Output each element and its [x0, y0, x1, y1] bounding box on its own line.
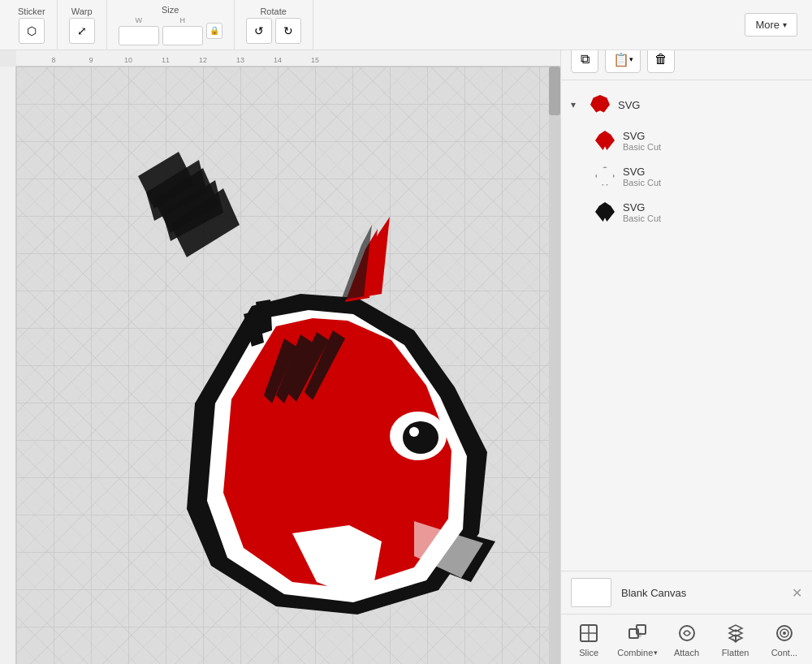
combine-action[interactable]: Combine ▾	[617, 622, 658, 658]
blank-canvas-label: Blank Canvas	[621, 587, 686, 599]
size-item: Size W H 🔒	[119, 5, 222, 45]
svg-point-14	[680, 626, 694, 640]
warp-label: Warp	[71, 6, 93, 16]
scrollbar[interactable]	[549, 67, 560, 664]
layer-child-2[interactable]: SVG Basic Cut	[561, 158, 812, 194]
paste-icon: 📋	[613, 52, 629, 67]
sticker-label: Sticker	[18, 6, 45, 16]
rotate-cw-button[interactable]: ↻	[275, 18, 301, 44]
rotate-item: Rotate ↺ ↻	[246, 6, 301, 44]
layer-child-1-sub: Basic Cut	[623, 142, 661, 152]
ruler-mark-13: 13	[236, 56, 244, 64]
sticker-item: Sticker ⬡	[18, 6, 45, 44]
attach-label: Attach	[674, 648, 699, 658]
layer-child-3-sub: Basic Cut	[623, 213, 661, 223]
layer-parent-name: SVG	[618, 99, 640, 111]
ruler-mark-15: 15	[311, 56, 319, 64]
layer-thumb-2	[594, 165, 616, 188]
top-toolbar: Sticker ⬡ Warp ⤢ Size W H	[0, 0, 812, 50]
bird-parent-icon	[590, 95, 610, 114]
flatten-action[interactable]: Flatten	[715, 622, 756, 658]
layer-child-2-name: SVG	[623, 166, 661, 178]
size-label: Size	[162, 5, 179, 15]
contour-action[interactable]: Cont...	[764, 622, 805, 658]
layer-child-1-name: SVG	[623, 130, 661, 142]
layer-child-3-name: SVG	[623, 201, 661, 213]
contour-icon	[773, 622, 796, 645]
ruler-mark-10: 10	[124, 56, 132, 64]
sticker-group: Sticker ⬡	[6, 0, 58, 50]
rotate-label: Rotate	[260, 6, 286, 16]
rotate-ccw-button[interactable]: ↺	[246, 18, 272, 44]
attach-action[interactable]: Attach	[667, 622, 707, 658]
ruler-mark-11: 11	[162, 56, 170, 64]
close-canvas-button[interactable]: ✕	[792, 585, 802, 601]
ruler-mark-9: 9	[89, 56, 93, 64]
flatten-icon	[724, 622, 747, 645]
slice-label: Slice	[579, 648, 598, 658]
layer-list: ▾ SVG SVG Basic Cut SVG	[561, 80, 812, 571]
sticker-button[interactable]: ⬡	[19, 18, 45, 44]
layer-thumb-1	[594, 129, 616, 152]
blank-canvas-thumb	[571, 578, 611, 607]
width-input[interactable]	[119, 26, 159, 45]
warp-button[interactable]: ⤢	[69, 18, 95, 44]
ruler-mark-12: 12	[199, 56, 207, 64]
blank-canvas-bar: Blank Canvas ✕	[561, 571, 812, 614]
warp-group: Warp ⤢	[58, 0, 107, 50]
layer-parent-info: SVG	[618, 99, 640, 111]
delete-icon: 🗑	[654, 52, 667, 67]
ruler-mark-14: 14	[274, 56, 282, 64]
ruler-mark-8: 8	[51, 56, 55, 64]
right-panel: Layers Color Sync ⧉ 📋 ▾ 🗑 ▾ SVG	[560, 0, 812, 664]
canvas-area: 8 9 10 11 12 13 14 15	[0, 50, 560, 664]
warp-icon: ⤢	[77, 24, 87, 37]
layer-thumb-3	[594, 200, 616, 223]
svg-rect-13	[637, 632, 641, 637]
combine-label: Combine	[617, 648, 653, 658]
combine-chevron-icon: ▾	[654, 649, 658, 657]
scroll-thumb[interactable]	[549, 67, 560, 115]
svg-point-17	[783, 632, 786, 635]
bird-outline-icon	[595, 166, 615, 186]
height-input[interactable]	[162, 26, 203, 45]
ruler-top: 8 9 10 11 12 13 14 15	[16, 50, 560, 67]
layer-child-1-info: SVG Basic Cut	[623, 130, 661, 152]
contour-label: Cont...	[771, 648, 797, 658]
svg-point-7	[409, 427, 419, 437]
layer-thumb-parent	[589, 93, 611, 116]
warp-item: Warp ⤢	[69, 6, 95, 44]
layer-child-1[interactable]: SVG Basic Cut	[561, 123, 812, 158]
layer-child-3[interactable]: SVG Basic Cut	[561, 194, 812, 230]
bird-red-icon	[595, 131, 615, 150]
bottom-action-bar: Slice Combine ▾ Attach	[561, 614, 812, 664]
bird-black-icon	[595, 202, 615, 222]
slice-icon	[577, 622, 600, 645]
paste-chevron-icon: ▾	[629, 55, 633, 63]
attach-icon	[676, 622, 698, 645]
slice-action[interactable]: Slice	[568, 622, 609, 658]
more-group: More ▾	[736, 0, 806, 50]
layer-child-3-info: SVG Basic Cut	[623, 201, 661, 223]
layer-child-2-info: SVG Basic Cut	[623, 166, 661, 188]
ruler-left	[0, 67, 16, 664]
combine-icon	[626, 622, 649, 645]
rotate-group: Rotate ↺ ↻	[235, 0, 313, 50]
more-label: More	[755, 19, 780, 31]
svg-point-6	[403, 421, 438, 454]
sticker-icon: ⬡	[27, 24, 37, 37]
flatten-label: Flatten	[722, 648, 749, 658]
cardinal-image	[130, 144, 495, 614]
copy-icon: ⧉	[581, 52, 590, 67]
grid-canvas[interactable]	[16, 67, 560, 664]
layer-parent-svg[interactable]: ▾ SVG	[561, 87, 812, 123]
layer-child-2-sub: Basic Cut	[623, 178, 661, 188]
size-group: Size W H 🔒	[107, 0, 235, 50]
layer-expand-icon: ▾	[571, 99, 582, 110]
lock-icon[interactable]: 🔒	[206, 23, 222, 39]
more-chevron-icon: ▾	[783, 20, 787, 29]
more-button[interactable]: More ▾	[745, 13, 797, 37]
